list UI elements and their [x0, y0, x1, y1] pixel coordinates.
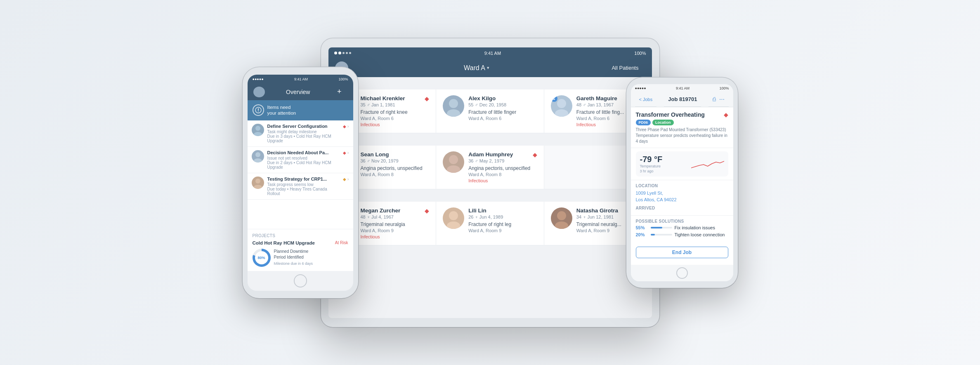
phone-left-time: 9:41 AM	[294, 77, 308, 81]
progress-desc-line2: Period Identified	[274, 254, 313, 260]
patient-name-maguire: Gareth Maguire	[576, 95, 617, 101]
temp-time: 3 hr ago	[640, 169, 663, 173]
temp-label: Temperature	[640, 164, 663, 168]
patient-location-krenkler: Ward A, Room 6	[361, 116, 430, 121]
job-priority-icon: ◆	[724, 111, 728, 118]
job-title-row: Transformer Overheating ◆	[636, 111, 728, 118]
tablet-device: 9:41 AM 100% Ward A ▾ All Patients ROOM …	[321, 38, 659, 327]
phone-right-signal: ●●●●●	[635, 86, 646, 90]
badge-location: Location	[652, 120, 674, 125]
patient-diagnosis-lin: Fracture of right leg	[468, 221, 537, 227]
patient-card-lin[interactable]: Lili Lin 26 ♀ Jun 4, 1989 Fracture of ri…	[436, 202, 544, 245]
phone-right-content: Transformer Overheating ◆ PD06 Location …	[631, 107, 733, 265]
phone-left-battery: 100%	[338, 77, 348, 81]
task-title-1: Define Server Configuration	[267, 124, 340, 129]
svg-point-7	[555, 109, 568, 117]
patient-card-kilgo[interactable]: Alex Kilgo 55 ♂ Dec 20, 1958 Fracture of…	[436, 89, 544, 133]
arrived-label: Arrived	[636, 206, 728, 210]
phone-left-title: Overview	[280, 84, 316, 100]
task-arrow-1: ›	[347, 124, 349, 129]
task-sub1-2: Issue not yet resolved	[267, 156, 340, 160]
tablet-ward-title[interactable]: Ward A ▾	[457, 59, 496, 77]
svg-point-6	[557, 99, 566, 108]
tablet-content: ROOM 6 8 Michael Krenkler ◆	[328, 77, 652, 318]
nav-action-icons: ⎙ ⋯	[708, 92, 729, 107]
svg-point-16	[557, 211, 566, 220]
svg-point-24	[255, 152, 260, 157]
solution-row-1: 55% Fix insulation issues	[636, 225, 728, 230]
progress-milestone: Milestone due in 6 days	[274, 261, 313, 266]
tablet-all-patients[interactable]: All Patients	[605, 59, 645, 77]
phone-left-home-area	[248, 271, 353, 291]
phone-right-home-button[interactable]	[676, 267, 688, 279]
job-badge-row: PD06 Location	[636, 120, 728, 125]
patient-diagnosis-long: Angina pectoris, unspecified	[361, 165, 430, 171]
solution-bar-2	[651, 234, 655, 235]
patient-info-zurcher: Megan Zurcher ◆ 48 ♀ Jul 4, 1967 Trigemi…	[361, 207, 430, 239]
patient-name-humphrey: Adam Humphrey	[468, 151, 513, 158]
project-status: At Risk	[335, 240, 348, 245]
phone-right-time: 9:41 AM	[676, 86, 690, 90]
solution-bar-bg-2	[651, 234, 672, 235]
patient-location-zurcher: Ward A, Room 9	[361, 228, 430, 233]
solution-pct-1: 55%	[636, 225, 648, 230]
end-job-button[interactable]: End Job	[636, 247, 728, 258]
patient-name-zurcher: Megan Zurcher	[361, 207, 401, 214]
task-arrow-2: ›	[347, 150, 349, 155]
phone-right-battery: 100%	[719, 86, 729, 90]
solution-text-1: Fix insulation issues	[675, 225, 728, 230]
patient-info-humphrey: Adam Humphrey ◆ 36 ♂ May 2, 1979 Angina …	[468, 151, 537, 183]
more-icon[interactable]: ⋯	[719, 96, 725, 102]
tablet-status-bar: 9:41 AM 100%	[328, 47, 652, 59]
patient-info-kilgo: Alex Kilgo 55 ♂ Dec 20, 1958 Fracture of…	[468, 95, 537, 127]
patient-meta-zurcher: 48 ♀ Jul 4, 1967	[361, 214, 430, 219]
patient-tag-humphrey: Infectious	[468, 178, 537, 183]
room-section-8: ROOM 8 3 Sean Long 36 ♂ Nov 20	[328, 133, 652, 189]
patient-card-humphrey[interactable]: Adam Humphrey ◆ 36 ♂ May 2, 1979 Angina …	[436, 146, 544, 189]
temp-info: -79 °F Temperature 3 hr ago	[640, 155, 663, 173]
patient-avatar-kilgo	[443, 95, 464, 117]
patient-tag-zurcher: Infectious	[361, 234, 430, 239]
task-item-1[interactable]: Define Server Configuration Task might d…	[248, 120, 353, 147]
room-cards-6: 8 Michael Krenkler ◆ 35 ♂ Jan 1, 1981 Fr…	[328, 89, 652, 133]
temperature-widget: -79 °F Temperature 3 hr ago	[636, 151, 728, 177]
svg-point-11	[447, 165, 460, 173]
back-to-jobs-button[interactable]: < Jobs	[635, 92, 657, 107]
tablet-screen: 9:41 AM 100% Ward A ▾ All Patients ROOM …	[328, 47, 652, 318]
task-item-2[interactable]: Decision Needed About Pa... Issue not ye…	[248, 147, 353, 173]
task-sub2-2: Due in 2 days • Cold Hot Ray HCM Upgrade	[267, 160, 340, 170]
phone-left-home-button[interactable]	[294, 274, 307, 287]
patient-tag-krenkler: Infectious	[361, 122, 430, 127]
svg-point-25	[254, 158, 262, 162]
room-label-8: ROOM 8	[328, 133, 652, 146]
svg-point-5	[447, 109, 460, 117]
solution-bar-bg-1	[651, 227, 672, 228]
task-avatar-2	[252, 150, 264, 162]
room-section-9: ROOM 9 7 Megan Zurcher ◆	[328, 189, 652, 245]
phone-left-plus-btn[interactable]: +	[331, 84, 347, 100]
task-item-3[interactable]: Testing Strategy for CRP1... Task progre…	[248, 173, 353, 200]
diamond-icon: ◆	[425, 95, 429, 102]
patient-location-long: Ward A, Room 8	[361, 172, 430, 177]
patient-avatar-humphrey	[443, 151, 464, 173]
share-icon[interactable]: ⎙	[713, 96, 716, 102]
attention-text: Items needyour attention	[267, 104, 296, 117]
patient-name-kilgo: Alex Kilgo	[468, 95, 496, 101]
attention-banner: Items needyour attention	[248, 100, 353, 121]
project-section: Projects Cold Hot Ray HCM Upgrade At Ris…	[248, 229, 353, 271]
patient-avatar-girotra	[551, 207, 572, 229]
job-title-text: Transformer Overheating	[636, 111, 705, 118]
location-label: Location	[636, 184, 728, 188]
badge-open: PD06	[636, 120, 651, 125]
phone-left-status-bar: ●●●●● 9:41 AM 100%	[248, 75, 353, 84]
solutions-section: Possible Solutions 55% Fix insulation is…	[631, 215, 733, 243]
patient-location-humphrey: Ward A, Room 8	[468, 172, 537, 177]
solution-text-2: Tighten loose connection	[675, 232, 728, 237]
patient-name-girotra: Natasha Girotra	[576, 207, 618, 214]
project-name: Cold Hot Ray HCM Upgrade	[253, 240, 315, 245]
patient-info-long: Sean Long 36 ♂ Nov 20, 1979 Angina pecto…	[361, 151, 430, 183]
tablet-header: Ward A ▾ All Patients	[328, 59, 652, 77]
patient-info-krenkler: Michael Krenkler ◆ 35 ♂ Jan 1, 1981 Frac…	[361, 95, 430, 127]
phone-right-home-area	[631, 265, 733, 281]
task-body-3: Testing Strategy for CRP1... Task progre…	[267, 177, 340, 196]
